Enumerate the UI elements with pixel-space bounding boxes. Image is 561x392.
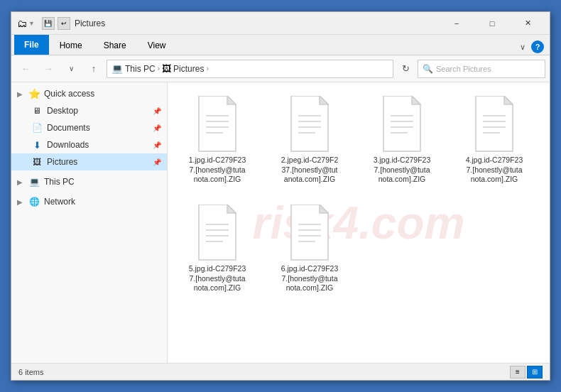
downloads-icon: ⬇: [31, 139, 43, 151]
file-grid: 1.jpg.id-C279F23 7.[honestly@tuta nota.c…: [175, 89, 543, 300]
sidebar-item-quick-access[interactable]: ▶ ⭐ Quick access: [11, 85, 167, 102]
recent-locations-button[interactable]: ∨: [61, 60, 81, 78]
search-icon: 🔍: [423, 64, 433, 74]
sidebar: ▶ ⭐ Quick access 🖥 Desktop 📌 📄 Documents…: [11, 82, 168, 363]
sidebar-item-desktop[interactable]: 🖥 Desktop 📌: [11, 102, 167, 119]
maximize-button[interactable]: □: [476, 13, 508, 33]
address-bar[interactable]: 💻 This PC › 🖼 Pictures ›: [107, 60, 393, 78]
tab-share[interactable]: Share: [93, 35, 137, 55]
address-bar-area: ← → ∨ ↑ 💻 This PC › 🖼 Pictures › ↻ 🔍 Sea…: [11, 55, 550, 82]
this-pc-icon: 💻: [28, 176, 40, 187]
sidebar-item-pictures[interactable]: 🖼 Pictures 📌: [11, 153, 167, 170]
pin-icon-pictures: 📌: [153, 158, 161, 166]
ribbon-tabs: File Home Share View ∨ ?: [11, 35, 550, 55]
documents-icon: 📄: [31, 122, 43, 134]
large-icons-view-button[interactable]: ⊞: [527, 366, 543, 379]
file-icon-6: [284, 205, 335, 261]
sidebar-item-network[interactable]: ▶ 🌐 Network: [11, 193, 167, 210]
file-name-5: 5.jpg.id-C279F23 7.[honestly@tuta nota.c…: [189, 264, 246, 293]
file-name-3: 3.jpg.id-C279F23 7.[honestly@tuta nota.c…: [374, 156, 431, 185]
window-controls: − □ ✕: [440, 13, 544, 33]
file-item-2[interactable]: 2.jpeg.id-C279F2 37.[honestly@tut anota.…: [267, 89, 352, 191]
tab-home[interactable]: Home: [49, 35, 93, 55]
sidebar-label-pictures: Pictures: [47, 157, 77, 167]
file-item-1[interactable]: 1.jpg.id-C279F23 7.[honestly@tuta nota.c…: [175, 89, 260, 191]
sidebar-label-downloads: Downloads: [47, 140, 89, 150]
network-icon: 🌐: [28, 196, 40, 207]
minimize-button[interactable]: −: [440, 13, 473, 33]
quick-access-icon: ⭐: [28, 88, 40, 99]
back-button[interactable]: ←: [16, 60, 36, 78]
close-button[interactable]: ✕: [511, 13, 544, 33]
sidebar-label-this-pc: This PC: [44, 177, 75, 187]
svg-marker-31: [320, 205, 328, 213]
quick-undo-btn[interactable]: ↩: [58, 17, 70, 30]
refresh-button[interactable]: ↻: [396, 60, 415, 78]
window-title: Pictures: [75, 18, 440, 28]
sidebar-item-downloads[interactable]: ⬇ Downloads 📌: [11, 136, 167, 153]
pictures-icon: 🖼: [31, 156, 43, 168]
file-name-1: 1.jpg.id-C279F23 7.[honestly@tuta nota.c…: [189, 156, 246, 185]
explorer-window: 🗂 ▼ 💾 ↩ Pictures − □ ✕ File Home Share V…: [11, 11, 550, 381]
file-item-6[interactable]: 6.jpg.id-C279F23 7.[honestly@tuta nota.c…: [267, 198, 352, 300]
sidebar-label-desktop: Desktop: [47, 106, 78, 116]
pin-icon-documents: 📌: [153, 124, 161, 132]
items-count: 6 items: [18, 368, 510, 376]
crumb-this-pc[interactable]: This PC: [125, 64, 156, 74]
file-icon-5: [192, 205, 243, 261]
file-item-4[interactable]: 4.jpg.id-C279F23 7.[honestly@tuta nota.c…: [452, 89, 537, 191]
list-view-button[interactable]: ≡: [510, 366, 525, 379]
crumb-separator-1: ›: [158, 65, 160, 72]
sidebar-label-network: Network: [44, 197, 75, 207]
status-bar: 6 items ≡ ⊞: [11, 363, 550, 380]
desktop-icon: 🖥: [31, 105, 43, 116]
sidebar-item-documents[interactable]: 📄 Documents 📌: [11, 119, 167, 136]
file-icon-2: [284, 96, 335, 153]
quick-save-btn[interactable]: 💾: [42, 17, 55, 30]
main-content: ▶ ⭐ Quick access 🖥 Desktop 📌 📄 Documents…: [11, 82, 550, 363]
file-icon-1: [192, 96, 243, 153]
pin-icon-desktop: 📌: [153, 107, 161, 115]
tab-view[interactable]: View: [137, 35, 177, 55]
file-area: risk4.com 1.jpg.id-C279F23 7.[honestly@t…: [168, 82, 550, 363]
svg-marker-1: [227, 96, 236, 104]
file-name-2: 2.jpeg.id-C279F2 37.[honestly@tut anota.…: [281, 156, 339, 185]
crumb-separator-2: ›: [206, 65, 208, 72]
file-name-4: 4.jpg.id-C279F23 7.[honestly@tuta nota.c…: [466, 156, 523, 185]
file-icon-3: [376, 96, 427, 153]
pin-icon-downloads: 📌: [153, 141, 161, 149]
file-item-3[interactable]: 3.jpg.id-C279F23 7.[honestly@tuta nota.c…: [359, 89, 445, 191]
title-bar: 🗂 ▼ 💾 ↩ Pictures − □ ✕: [11, 12, 550, 35]
svg-marker-19: [504, 96, 513, 104]
search-box[interactable]: 🔍 Search Pictures: [418, 60, 545, 78]
sidebar-label-documents: Documents: [47, 123, 90, 133]
up-button[interactable]: ↑: [84, 60, 104, 78]
tab-file[interactable]: File: [14, 35, 49, 55]
breadcrumb: 💻 This PC › 🖼 Pictures ›: [111, 63, 209, 74]
view-buttons: ≡ ⊞: [510, 366, 543, 379]
sidebar-item-this-pc[interactable]: ▶ 💻 This PC: [11, 173, 167, 190]
ribbon-expand-icon[interactable]: ∨: [520, 43, 525, 52]
svg-marker-7: [320, 96, 328, 104]
ribbon: File Home Share View ∨ ?: [11, 35, 550, 55]
search-placeholder: Search Pictures: [436, 65, 491, 73]
help-icon[interactable]: ?: [531, 40, 544, 53]
file-icon-4: [469, 96, 520, 153]
quick-toolbar: 🗂 ▼ 💾 ↩: [17, 17, 70, 30]
sidebar-label-quick-access: Quick access: [44, 89, 94, 99]
svg-marker-25: [227, 205, 236, 213]
crumb-pictures[interactable]: Pictures: [173, 64, 204, 74]
file-item-5[interactable]: 5.jpg.id-C279F23 7.[honestly@tuta nota.c…: [175, 198, 260, 300]
svg-marker-13: [412, 96, 420, 104]
forward-button[interactable]: →: [38, 60, 58, 78]
file-name-6: 6.jpg.id-C279F23 7.[honestly@tuta nota.c…: [281, 264, 339, 293]
